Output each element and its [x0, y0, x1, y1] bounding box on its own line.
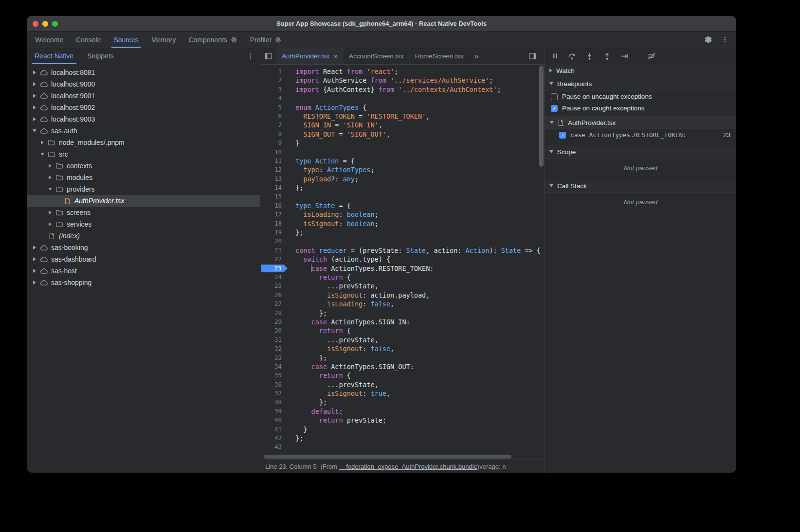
- step-into-icon[interactable]: [585, 52, 594, 60]
- line-number[interactable]: 42: [260, 434, 289, 443]
- code-line-13[interactable]: 13 payload?: any;: [260, 175, 545, 183]
- tree-item-screens[interactable]: screens: [27, 207, 260, 218]
- line-number[interactable]: 32: [260, 344, 289, 353]
- vertical-scrollbar[interactable]: [539, 66, 544, 167]
- code-line-32[interactable]: 32 isSignout: false,: [260, 344, 545, 353]
- tab-components[interactable]: Components: [182, 32, 243, 48]
- breakpoint-file-group[interactable]: AuthProvider.tsx: [545, 116, 736, 129]
- code-line-24[interactable]: 24 return {: [260, 273, 545, 282]
- tab-console[interactable]: Console: [70, 32, 107, 48]
- code-line-43[interactable]: 43: [260, 443, 545, 451]
- code-line-4[interactable]: 4: [260, 94, 545, 103]
- editor-tab-authprovider-tsx[interactable]: AuthProvider.tsx×: [276, 48, 344, 64]
- chevron-right-icon[interactable]: [33, 269, 36, 273]
- line-number[interactable]: 34: [260, 362, 289, 371]
- tree-item-modules[interactable]: modules: [27, 172, 260, 183]
- tree-item-sas-host[interactable]: sas-host: [27, 265, 260, 277]
- tree-item-src[interactable]: src: [27, 148, 260, 160]
- chevron-right-icon[interactable]: [33, 257, 36, 261]
- line-number[interactable]: 38: [260, 398, 289, 407]
- navigator-tab-snippets[interactable]: Snippets: [80, 48, 120, 64]
- line-number[interactable]: 28: [260, 309, 289, 318]
- line-number[interactable]: 14: [260, 183, 289, 192]
- line-number[interactable]: 29: [260, 318, 289, 326]
- pause-on-uncaught-checkbox[interactable]: [551, 93, 558, 100]
- code-editor[interactable]: 1import React from 'react';2import AuthS…: [260, 65, 545, 460]
- code-line-28[interactable]: 28 };: [260, 309, 545, 318]
- line-number[interactable]: 22: [260, 255, 289, 264]
- code-line-19[interactable]: 19};: [260, 228, 545, 237]
- line-number[interactable]: 6: [260, 112, 289, 121]
- chevron-right-icon[interactable]: [41, 141, 44, 144]
- tree-item-services[interactable]: services: [27, 218, 260, 230]
- code-line-8[interactable]: 8 SIGN_OUT = 'SIGN_OUT',: [260, 130, 545, 139]
- code-line-37[interactable]: 37 isSignout: true,: [260, 389, 545, 398]
- code-line-7[interactable]: 7 SIGN_IN = 'SIGN_IN',: [260, 121, 545, 129]
- line-number[interactable]: 43: [260, 443, 289, 451]
- code-line-6[interactable]: 6 RESTORE_TOKEN = 'RESTORE_TOKEN',: [260, 112, 545, 121]
- code-line-29[interactable]: 29 case ActionTypes.SIGN_IN:: [260, 318, 545, 326]
- line-number[interactable]: 36: [260, 380, 289, 389]
- line-number[interactable]: 9: [260, 139, 289, 147]
- more-tabs-chevron-icon[interactable]: »: [469, 52, 483, 61]
- pause-on-uncaught-row[interactable]: Pause on uncaught exceptions: [545, 90, 736, 102]
- settings-gear-icon[interactable]: [704, 35, 712, 44]
- tree-item-contexts[interactable]: contexts: [27, 160, 260, 172]
- editor-tab-homescreen-tsx[interactable]: HomeScreen.tsx: [410, 48, 470, 64]
- code-line-35[interactable]: 35 return {: [260, 371, 545, 380]
- code-line-11[interactable]: 11type Action = {: [260, 157, 545, 165]
- line-number[interactable]: 39: [260, 407, 289, 416]
- chevron-right-icon[interactable]: [49, 222, 52, 226]
- line-number[interactable]: 30: [260, 326, 289, 335]
- code-line-39[interactable]: 39 default:: [260, 407, 545, 416]
- code-line-16[interactable]: 16type State = {: [260, 201, 545, 210]
- line-number[interactable]: 4: [260, 94, 289, 103]
- line-number[interactable]: 19: [260, 228, 289, 237]
- line-number[interactable]: 27: [260, 300, 289, 308]
- line-number[interactable]: 37: [260, 389, 289, 398]
- code-line-18[interactable]: 18 isSignout: boolean;: [260, 219, 545, 228]
- code-line-27[interactable]: 27 isLoading: false,: [260, 300, 545, 308]
- line-number[interactable]: 15: [260, 192, 289, 201]
- code-line-33[interactable]: 33 };: [260, 354, 545, 362]
- code-line-40[interactable]: 40 return prevState;: [260, 416, 545, 425]
- close-tab-icon[interactable]: ×: [333, 53, 338, 60]
- code-line-38[interactable]: 38 };: [260, 398, 545, 407]
- navigator-more-menu-icon[interactable]: [247, 48, 260, 64]
- chevron-right-icon[interactable]: [33, 71, 36, 74]
- chevron-right-icon[interactable]: [49, 176, 52, 179]
- code-line-17[interactable]: 17 isLoading: boolean;: [260, 210, 545, 219]
- tree-item-localhost-8081[interactable]: localhost:8081: [27, 67, 260, 78]
- step-over-icon[interactable]: [568, 52, 576, 60]
- code-line-41[interactable]: 41 }: [260, 425, 545, 434]
- tree-item-index[interactable]: (index): [27, 230, 260, 242]
- chevron-right-icon[interactable]: [33, 94, 36, 98]
- chevron-down-icon[interactable]: [33, 129, 36, 132]
- code-line-30[interactable]: 30 return {: [260, 326, 545, 335]
- toggle-navigator-icon[interactable]: [260, 52, 276, 60]
- code-line-23[interactable]: 23 case ActionTypes.RESTORE_TOKEN:: [260, 264, 545, 273]
- chevron-right-icon[interactable]: [33, 106, 36, 109]
- code-line-26[interactable]: 26 isSignout: action.payload,: [260, 291, 545, 300]
- tree-item-localhost-9001[interactable]: localhost:9001: [27, 90, 260, 102]
- tab-sources[interactable]: Sources: [107, 32, 145, 48]
- code-line-42[interactable]: 42};: [260, 434, 545, 443]
- breakpoint-entry[interactable]: case ActionTypes.RESTORE_TOKEN:23: [545, 129, 736, 141]
- editor-tab-accountscreen-tsx[interactable]: AccountScreen.tsx: [344, 48, 410, 64]
- tree-item-node-modules-pnpm[interactable]: node_modules/.pnpm: [27, 137, 260, 148]
- line-number[interactable]: 7: [260, 121, 289, 129]
- pause-on-caught-row[interactable]: Pause on caught exceptions: [545, 102, 736, 114]
- toggle-debugger-icon[interactable]: [525, 52, 541, 60]
- code-line-36[interactable]: 36 ...prevState,: [260, 380, 545, 389]
- breakpoint-checkbox[interactable]: [559, 132, 566, 139]
- breakpoint-marker[interactable]: 23: [261, 265, 288, 272]
- line-number[interactable]: 31: [260, 336, 289, 344]
- line-number[interactable]: 26: [260, 291, 289, 300]
- tree-item-providers[interactable]: providers: [27, 183, 260, 195]
- pause-icon[interactable]: [552, 53, 559, 59]
- code-line-15[interactable]: 15: [260, 192, 545, 201]
- code-line-5[interactable]: 5enum ActionTypes {: [260, 103, 545, 112]
- breakpoints-section-header[interactable]: Breakpoints: [545, 77, 736, 90]
- tab-memory[interactable]: Memory: [145, 32, 182, 48]
- line-number[interactable]: 18: [260, 219, 289, 228]
